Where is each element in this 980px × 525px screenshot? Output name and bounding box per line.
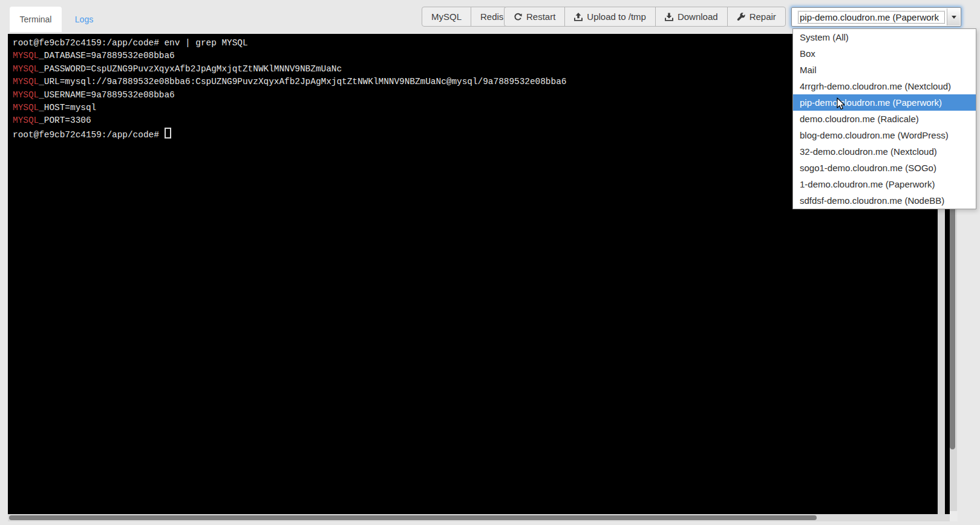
dropdown-option[interactable]: Mail: [793, 62, 976, 78]
dropdown-option[interactable]: sogo1-demo.cloudron.me (SOGo): [793, 160, 976, 176]
scrollbar-corner: [950, 511, 958, 521]
action-button-repair[interactable]: Repair: [727, 7, 786, 27]
dropdown-option[interactable]: 1-demo.cloudron.me (Paperwork): [793, 176, 976, 192]
database-button-group: MySQLRedis: [422, 7, 513, 27]
button-label: Download: [678, 11, 718, 22]
button-label: Restart: [526, 11, 555, 22]
select-dropdown-arrow[interactable]: [947, 8, 960, 25]
button-label: Repair: [750, 11, 776, 22]
dropdown-option[interactable]: demo.cloudron.me (Radicale): [793, 111, 976, 127]
horizontal-scrollbar-thumb[interactable]: [9, 515, 817, 520]
chevron-down-icon: [952, 16, 956, 19]
dropdown-option[interactable]: blog-demo.cloudron.me (WordPress): [793, 127, 976, 143]
repair-icon: [737, 13, 745, 21]
tab-terminal[interactable]: Terminal: [10, 7, 62, 32]
terminal-cursor: [165, 128, 171, 139]
app-select-value: pip-demo.cloudron.me (Paperwork: [799, 11, 944, 23]
tab-logs[interactable]: Logs: [63, 7, 105, 32]
restart-icon: [514, 13, 522, 21]
app-select-dropdown: System (All)BoxMail4rrgrh-demo.cloudron.…: [792, 28, 976, 209]
button-label: Redis: [480, 11, 503, 22]
action-button-download[interactable]: Download: [655, 7, 728, 27]
tab-logs-label: Logs: [75, 15, 93, 24]
dropdown-option[interactable]: sdfdsf-demo.cloudron.me (NodeBB): [793, 192, 976, 209]
button-label: MySQL: [431, 11, 462, 22]
upload-icon: [574, 13, 583, 21]
button-label: Upload to /tmp: [587, 11, 646, 22]
dropdown-option[interactable]: pip-demo.cloudron.me (Paperwork): [793, 94, 976, 111]
action-button-restart[interactable]: Restart: [504, 7, 565, 27]
action-button-upload-to-tmp[interactable]: Upload to /tmp: [564, 7, 656, 27]
db-button-mysql[interactable]: MySQL: [422, 7, 471, 27]
dropdown-option[interactable]: Box: [793, 45, 976, 62]
dropdown-option[interactable]: 32-demo.cloudron.me (Nextcloud): [793, 143, 976, 160]
app-select[interactable]: pip-demo.cloudron.me (Paperwork: [791, 7, 961, 27]
download-icon: [665, 13, 673, 21]
dropdown-option[interactable]: System (All): [793, 29, 976, 45]
dropdown-option[interactable]: 4rrgrh-demo.cloudron.me (Nextcloud): [793, 78, 976, 94]
action-button-group: RestartUpload to /tmpDownloadRepair: [504, 7, 786, 27]
tab-terminal-label: Terminal: [20, 15, 52, 24]
